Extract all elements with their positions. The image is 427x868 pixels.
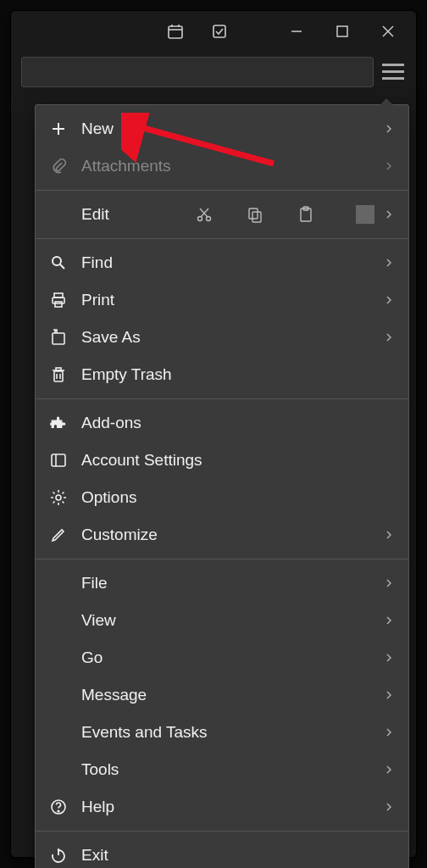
menu-label: Go [81,648,383,667]
search-input[interactable] [21,57,374,87]
menu-label: Edit [81,205,195,224]
app-menu: New Attachments Edit [35,104,409,868]
chevron-right-icon [383,726,395,738]
menu-exit[interactable]: Exit [36,837,408,868]
svg-rect-25 [53,298,64,303]
menu-saveas[interactable]: Save As [36,319,408,356]
menu-new[interactable]: New [36,110,408,147]
paste-icon[interactable] [297,205,315,224]
menu-label: File [81,574,383,593]
svg-rect-19 [252,212,261,222]
svg-rect-0 [169,26,182,38]
menu-customize[interactable]: Customize [36,516,408,554]
svg-line-23 [60,264,64,269]
menu-go[interactable]: Go [36,639,408,676]
tasks-icon[interactable] [211,23,228,40]
svg-point-36 [56,495,61,500]
menu-label: Options [81,488,395,507]
search-icon [47,252,69,274]
svg-rect-33 [56,368,61,370]
menu-label: Customize [81,526,383,544]
menu-accountsettings[interactable]: Account Settings [36,442,408,479]
menu-label: Add-ons [81,414,395,432]
menu-options[interactable]: Options [36,479,408,516]
svg-rect-29 [54,371,63,381]
svg-rect-7 [214,25,225,37]
menu-label: Attachments [81,157,383,175]
hamburger-menu-button[interactable] [382,60,404,82]
chevron-right-icon [383,577,395,589]
chevron-right-icon [383,257,395,269]
menu-view[interactable]: View [36,602,408,639]
separator [36,238,408,239]
save-icon [47,326,69,348]
svg-line-17 [200,209,208,217]
menu-label: Save As [81,328,383,347]
separator [36,559,408,559]
separator [36,831,408,832]
gear-icon [47,487,69,509]
menu-label: View [81,611,383,630]
menu-help[interactable]: Help [36,788,408,826]
chevron-right-icon [383,160,395,172]
menu-print[interactable]: Print [36,281,408,319]
account-icon [47,449,69,471]
menu-label: Find [81,253,383,272]
divider [356,205,374,224]
menu-message[interactable]: Message [36,676,408,714]
menu-label: Tools [81,760,383,779]
menu-label: Events and Tasks [81,723,383,742]
svg-point-38 [58,810,59,812]
trash-icon [47,364,69,386]
svg-rect-26 [55,302,62,307]
maximize-button[interactable] [335,24,350,39]
app-window: New Attachments Edit [10,10,417,858]
close-button[interactable] [380,24,396,39]
print-icon [47,289,69,311]
chevron-right-icon [383,652,395,664]
menu-eventstasks[interactable]: Events and Tasks [36,714,408,751]
svg-rect-34 [52,454,65,466]
menu-find[interactable]: Find [36,244,408,281]
svg-point-15 [207,217,211,221]
separator [36,190,408,191]
chevron-right-icon [383,123,395,135]
menu-label: New [81,120,383,138]
menu-label: Exit [81,846,395,865]
chevron-right-icon [383,331,395,343]
menu-file[interactable]: File [36,565,408,602]
menu-attachments: Attachments [36,147,408,185]
chevron-right-icon [383,209,395,220]
calendar-icon[interactable] [167,23,184,40]
svg-point-22 [53,257,61,265]
menu-label: Print [81,291,383,309]
svg-rect-27 [53,333,64,344]
menu-addons[interactable]: Add-ons [36,404,408,442]
chevron-right-icon [383,689,395,701]
chevron-right-icon [383,529,395,541]
power-icon [47,844,69,866]
menu-label: Message [81,686,383,704]
menu-emptytrash[interactable]: Empty Trash [36,356,408,393]
menu-label: Empty Trash [81,365,395,384]
puzzle-icon [47,412,69,434]
menu-edit[interactable]: Edit [36,196,408,233]
titlebar [11,11,416,52]
svg-point-14 [198,217,202,221]
paperclip-icon [47,155,69,177]
svg-rect-9 [337,26,347,36]
menu-tools[interactable]: Tools [36,751,408,788]
help-icon [47,796,69,818]
chevron-right-icon [383,294,395,306]
svg-line-16 [201,209,208,217]
plus-icon [47,118,69,140]
copy-icon[interactable] [246,205,264,224]
svg-rect-18 [249,209,258,219]
separator [36,398,408,399]
cut-icon[interactable] [195,205,214,224]
chevron-right-icon [383,764,395,776]
brush-icon [47,524,69,546]
minimize-button[interactable] [289,24,304,39]
chevron-right-icon [383,801,395,813]
menu-label: Account Settings [81,451,395,470]
